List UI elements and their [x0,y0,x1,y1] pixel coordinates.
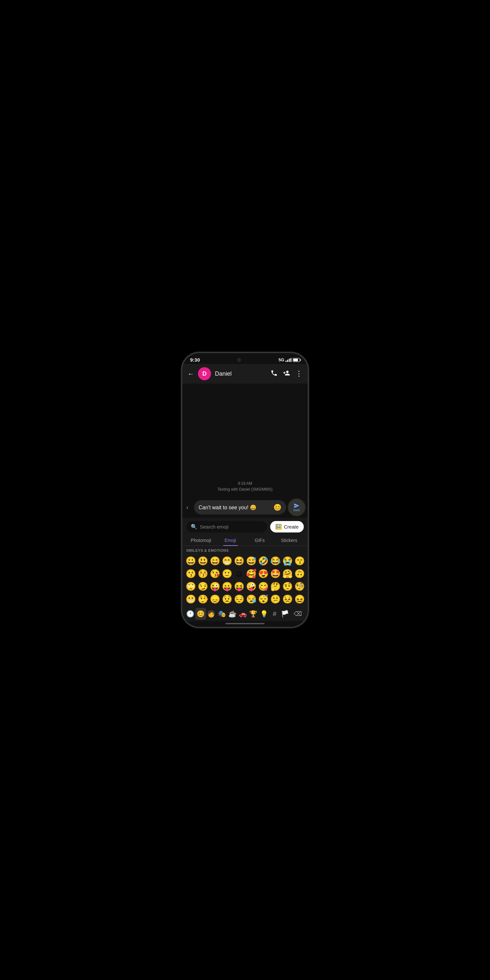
emoji-sob[interactable]: 😭 [282,555,293,567]
add-contact-button[interactable] [283,369,290,378]
emoji-kissing[interactable]: 😙 [294,555,305,567]
tab-photomoji[interactable]: Photomoji [186,535,216,546]
emoji-sweat-smile[interactable]: 😅 [245,555,257,567]
emoji-persevere[interactable]: 😣 [282,593,293,605]
back-button[interactable]: ← [188,370,194,378]
emoji-rofl[interactable]: 🤣 [258,555,269,567]
kb-cat-recent[interactable]: 🕐 [185,608,195,620]
emoji-picker-button[interactable]: 😊 [274,503,282,511]
signal-bars [285,358,291,362]
search-icon: 🔍 [191,523,197,530]
tab-gifs[interactable]: GIFs [245,535,274,546]
kb-cat-smileys[interactable]: 😊 [195,608,206,620]
kb-cat-symbols[interactable]: 💡 [259,608,269,620]
emoji-hugging[interactable]: 🤗 [282,568,293,580]
kb-cat-activities[interactable]: 🎭 [216,608,227,620]
emoji-slightly-smiling[interactable]: 🙂 [221,568,232,580]
kb-cat-food[interactable]: ☕ [227,608,237,620]
kb-cat-numbers[interactable]: # [269,608,280,620]
message-input-text: Can't wait to see you! 😀 [199,504,271,511]
emoji-wink-tongue[interactable]: 😜 [209,581,221,593]
emoji-confused[interactable]: 😕 [269,593,281,605]
sms-info: Texting with Daniel (SMS/MMS) [186,487,304,492]
emoji-sleepy[interactable]: 😪 [245,593,257,605]
emoji-pensive[interactable]: 😔 [233,593,245,605]
create-label: Create [284,524,299,530]
emoji-squint-tongue[interactable]: 😝 [233,581,245,593]
battery-icon [293,358,300,362]
kb-cat-objects[interactable]: 🏆 [248,608,259,620]
message-input-row: › Can't wait to see you! 😀 😊 SMS [182,497,308,518]
emoji-laughing[interactable]: 😆 [233,555,245,567]
header-actions: ⋮ [270,369,302,378]
call-button[interactable] [270,369,278,378]
emoji-grin[interactable]: 😁 [221,555,232,567]
home-indicator [182,621,308,627]
emoji-joy[interactable]: 😂 [269,555,281,567]
chat-body: 9:18 AM Texting with Daniel (SMS/MMS) [182,383,308,497]
emoji-smiling-hearts[interactable]: 🥰 [245,568,257,580]
emoji-kissing-heart[interactable]: 😘 [209,568,221,580]
signal-bar-4 [290,358,291,362]
keyboard-bottom-bar: 🕐 😊 🧑 🎭 ☕ 🚗 🏆 💡 # 🏳️ ⌫ [182,607,308,621]
more-options-button[interactable]: ⋮ [295,369,302,378]
status-icons: 5G [278,357,300,362]
emoji-thinking[interactable]: 🤔 [269,581,281,593]
emoji-raised-eyebrow[interactable]: 🤨 [282,581,293,593]
kb-cat-people[interactable]: 🧑 [206,608,216,620]
avatar: D [198,367,211,380]
emoji-lying[interactable]: 🤥 [197,593,208,605]
emoji-kissing-face[interactable]: 😗 [185,568,196,580]
emoji-confounded[interactable]: 😖 [294,593,305,605]
emoji-disappointed[interactable]: 😞 [209,593,221,605]
emoji-search-row: 🔍 Search emoji 🖼️ Create [182,518,308,535]
status-time: 9:30 [190,357,200,363]
emoji-keyboard: 🔍 Search emoji 🖼️ Create Photomoji Emoji… [182,518,308,621]
emoji-upside-down[interactable]: 🙃 [294,568,305,580]
signal-bar-2 [287,360,288,362]
emoji-grinning[interactable]: 😀 [185,555,196,567]
emoji-category-label: SMILEYS & EMOTIONS [182,546,308,554]
emoji-zany[interactable]: 🤪 [245,581,257,593]
emoji-kissing-closed[interactable]: 😚 [197,568,208,580]
emoji-smile[interactable]: 😄 [209,555,221,567]
home-bar [225,623,265,624]
contact-name: Daniel [215,371,267,377]
app-screen: ← D Daniel ⋮ 9:18 AM Texting with Daniel… [182,364,308,621]
kb-cat-travel[interactable]: 🚗 [237,608,248,620]
signal-bar-1 [285,361,286,362]
emoji-grid: 😀 😃 😄 😁 😆 😅 🤣 😂 😭 😙 😗 😚 😘 🙂 ☺️ 🥰 😍 🤩 [182,554,308,607]
emoji-heart-eyes[interactable]: 😍 [258,568,269,580]
emoji-tabs: Photomoji Emoji GIFs Stickers [182,535,308,546]
expand-button[interactable]: › [182,504,192,511]
chat-header: ← D Daniel ⋮ [182,364,308,383]
send-label: SMS [293,509,300,512]
emoji-search-box[interactable]: 🔍 Search emoji [186,521,267,533]
create-button[interactable]: 🖼️ Create [270,521,304,533]
emoji-star-struck[interactable]: 🤩 [269,568,281,580]
emoji-tongue[interactable]: 😛 [221,581,232,593]
search-emoji-placeholder: Search emoji [200,524,229,530]
emoji-sleeping[interactable]: 😴 [258,593,269,605]
create-icon: 🖼️ [275,523,282,530]
emoji-worried[interactable]: 😟 [221,593,232,605]
emoji-roll-eyes[interactable]: 🙄 [185,581,196,593]
emoji-monocle[interactable]: 🧐 [294,581,305,593]
tab-emoji[interactable]: Emoji [216,535,245,546]
tab-stickers[interactable]: Stickers [274,535,304,546]
send-button[interactable]: SMS [288,499,305,516]
kb-cat-flags[interactable]: 🏳️ [280,608,290,620]
network-label: 5G [278,357,284,362]
delete-button[interactable]: ⌫ [290,608,305,619]
emoji-relaxed[interactable]: ☺️ [233,568,245,580]
signal-bar-3 [289,359,290,362]
emoji-smiley[interactable]: 😃 [197,555,208,567]
emoji-yum[interactable]: 😋 [258,581,269,593]
phone-device: 9:30 5G ← D Daniel [181,352,309,628]
message-timestamp: 9:18 AM [186,481,304,486]
message-input-bubble[interactable]: Can't wait to see you! 😀 😊 [194,500,286,514]
status-bar: 9:30 5G [182,353,308,364]
send-button-wrapper: SMS [288,499,305,516]
emoji-smirk[interactable]: 😏 [197,581,208,593]
emoji-grimacing[interactable]: 😬 [185,593,196,605]
